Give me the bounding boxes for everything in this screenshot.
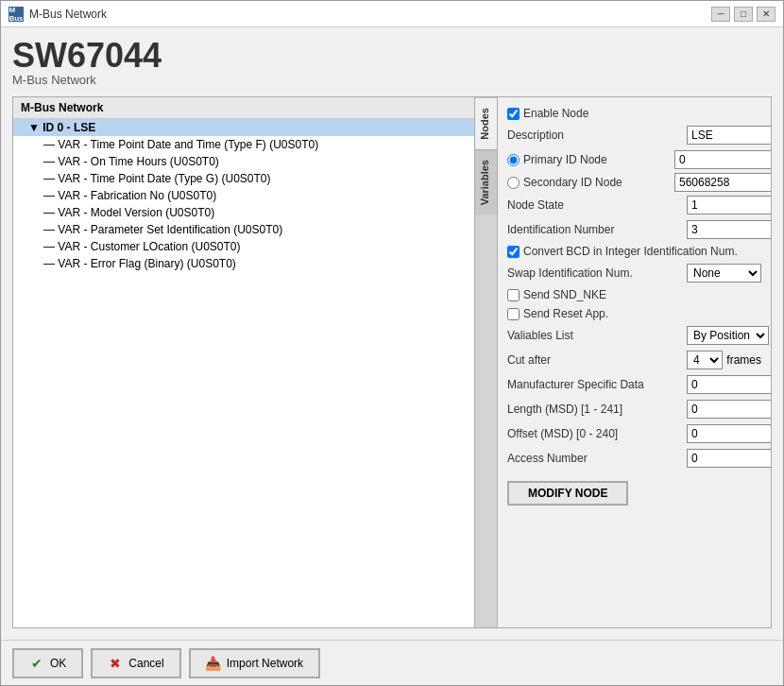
modify-btn-row: MODIFY NODE (507, 473, 761, 506)
secondary-id-input[interactable] (674, 173, 771, 192)
access-number-input[interactable] (687, 449, 771, 468)
titlebar-title: M-Bus Network (29, 8, 107, 21)
var-label-6: VAR - Customer LOcation (U0S0T0) (58, 240, 240, 253)
var-label-5: VAR - Parameter Set Identification (U0S0… (58, 223, 282, 236)
identification-number-input[interactable] (687, 220, 771, 239)
enable-node-label: Enable Node (523, 107, 588, 120)
cut-after-label: Cut after (507, 353, 687, 367)
tree-var-6[interactable]: — VAR - Customer LOcation (U0S0T0) (13, 238, 474, 255)
cancel-button[interactable]: ✖ Cancel (91, 648, 180, 678)
form-panel: Enable Node Description Primary ID Node (498, 97, 771, 627)
tree-root-label: M-Bus Network (13, 97, 474, 119)
tree-var-7[interactable]: — VAR - Error Flag (Binary) (U0S0T0) (13, 255, 474, 272)
offset-input[interactable] (687, 424, 771, 443)
send-snd-nke-checkbox[interactable] (507, 289, 520, 301)
tree-var-4[interactable]: — VAR - Model Version (U0S0T0) (13, 204, 474, 221)
description-label: Description (507, 129, 687, 142)
ok-icon: ✔ (29, 656, 44, 671)
var-label-2: VAR - Time Point Date (Type G) (U0S0T0) (58, 172, 270, 185)
var-bullet-7: — (43, 257, 58, 270)
var-bullet-4: — (43, 206, 58, 219)
var-bullet-5: — (43, 223, 58, 236)
var-label-7: VAR - Error Flag (Binary) (U0S0T0) (58, 257, 235, 270)
content-area: SW67044 M-Bus Network M-Bus Network ▼ ID… (1, 27, 783, 640)
var-bullet-1: — (43, 155, 58, 168)
var-bullet-3: — (43, 189, 58, 202)
tab-nodes[interactable]: Nodes (475, 97, 497, 149)
cut-after-select[interactable]: 1 2 3 4 5 (687, 351, 723, 369)
import-network-button[interactable]: 📥 Import Network (189, 648, 320, 678)
convert-bcd-label: Convert BCD in Integer Identification Nu… (523, 245, 738, 258)
frames-label: frames (726, 353, 761, 367)
description-row: Description (507, 126, 761, 145)
import-label: Import Network (227, 657, 303, 670)
convert-bcd-row: Convert BCD in Integer Identification Nu… (507, 245, 761, 258)
primary-id-radio[interactable] (507, 154, 520, 166)
variables-list-select[interactable]: By Position By Order (687, 326, 769, 345)
length-input[interactable] (687, 400, 771, 419)
access-number-label: Access Number (507, 452, 687, 465)
app-subtitle: M-Bus Network (12, 73, 772, 87)
bottom-bar: ✔ OK ✖ Cancel 📥 Import Network (1, 640, 783, 685)
cancel-icon: ✖ (108, 656, 123, 671)
convert-bcd-checkbox[interactable] (507, 246, 520, 258)
access-number-row: Access Number (507, 449, 761, 468)
secondary-id-row: Secondary ID Node (507, 173, 761, 192)
offset-label: Offset (MSD) [0 - 240] (507, 427, 687, 440)
send-snd-nke-row: Send SND_NKE (507, 288, 761, 301)
cancel-label: Cancel (128, 657, 163, 670)
secondary-id-label: Secondary ID Node (523, 176, 674, 189)
app-title: SW67044 (12, 39, 772, 73)
primary-id-input[interactable] (674, 150, 771, 169)
maximize-button[interactable]: □ (734, 7, 753, 22)
swap-id-select[interactable]: None Bytes Nibbles (687, 264, 761, 283)
node-state-label: Node State (507, 198, 687, 212)
node-state-row: Node State (507, 196, 761, 214)
modify-node-button[interactable]: MODIFY NODE (507, 481, 628, 506)
titlebar-controls: ─ □ ✕ (711, 7, 775, 22)
var-bullet-6: — (43, 240, 58, 253)
length-row: Length (MSD) [1 - 241] (507, 400, 761, 419)
send-reset-label: Send Reset App. (523, 307, 608, 320)
send-snd-nke-label: Send SND_NKE (523, 288, 606, 301)
identification-number-label: Identification Number (507, 223, 687, 236)
identification-number-row: Identification Number (507, 220, 761, 239)
offset-row: Offset (MSD) [0 - 240] (507, 424, 761, 443)
tab-variables[interactable]: Variables (475, 149, 497, 214)
node-state-input[interactable] (687, 196, 771, 214)
enable-node-checkbox[interactable] (507, 108, 520, 120)
var-bullet-2: — (43, 172, 58, 185)
description-input[interactable] (687, 126, 771, 145)
node-label: ID 0 - LSE (43, 121, 95, 134)
close-button[interactable]: ✕ (757, 7, 775, 22)
enable-node-row: Enable Node (507, 107, 761, 120)
cut-after-row: Cut after 1 2 3 4 5 frames (507, 351, 761, 369)
var-label-0: VAR - Time Point Date and Time (Type F) … (58, 138, 318, 151)
app-icon: MBus (9, 7, 24, 22)
var-label-3: VAR - Fabrication No (U0S0T0) (58, 189, 216, 202)
secondary-id-radio[interactable] (507, 177, 520, 189)
tree-var-0[interactable]: — VAR - Time Point Date and Time (Type F… (13, 136, 474, 153)
tree-var-2[interactable]: — VAR - Time Point Date (Type G) (U0S0T0… (13, 170, 474, 187)
tree-var-3[interactable]: — VAR - Fabrication No (U0S0T0) (13, 187, 474, 204)
primary-id-label: Primary ID Node (523, 153, 674, 166)
primary-id-row: Primary ID Node (507, 150, 761, 169)
tree-var-1[interactable]: — VAR - On Time Hours (U0S0T0) (13, 153, 474, 170)
var-bullet-0: — (43, 138, 58, 151)
tree-var-5[interactable]: — VAR - Parameter Set Identification (U0… (13, 221, 474, 238)
swap-id-row: Swap Identification Num. None Bytes Nibb… (507, 264, 761, 283)
titlebar-left: MBus M-Bus Network (9, 7, 107, 22)
tab-sidebar: Nodes Variables (475, 97, 498, 627)
manufacturer-row: Manufacturer Specific Data (507, 375, 761, 394)
ok-label: OK (50, 657, 66, 670)
swap-id-label: Swap Identification Num. (507, 266, 687, 280)
send-reset-checkbox[interactable] (507, 308, 520, 320)
main-panel: M-Bus Network ▼ ID 0 - LSE — VAR - Time … (12, 96, 772, 628)
tree-panel: M-Bus Network ▼ ID 0 - LSE — VAR - Time … (12, 96, 475, 628)
minimize-button[interactable]: ─ (711, 7, 730, 22)
tree-node[interactable]: ▼ ID 0 - LSE (13, 119, 474, 136)
manufacturer-input[interactable] (687, 375, 771, 394)
manufacturer-label: Manufacturer Specific Data (507, 378, 687, 391)
variables-list-label: Valiables List (507, 329, 687, 342)
ok-button[interactable]: ✔ OK (12, 648, 83, 678)
